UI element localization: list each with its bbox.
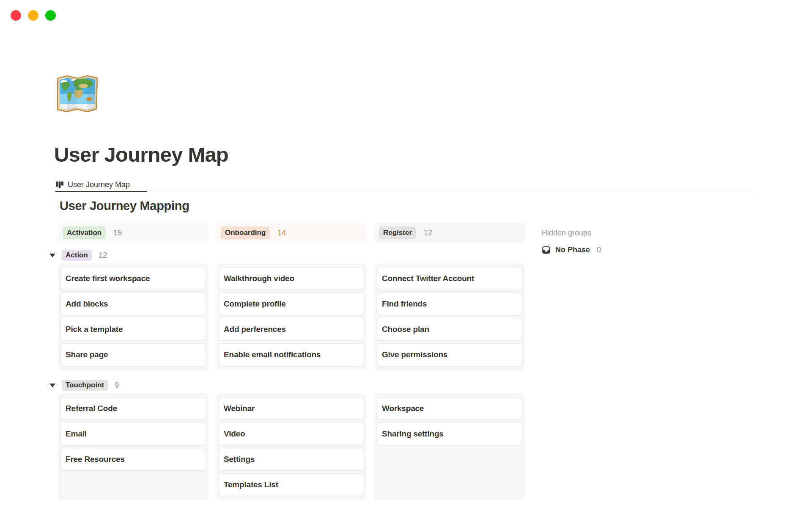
group-count: 12 [99, 251, 107, 260]
board-card[interactable]: Connect Twitter Account [377, 267, 522, 290]
window-controls [11, 10, 56, 21]
card-title: Workspace [382, 404, 424, 413]
card-title: Complete profile [224, 299, 286, 309]
board-card[interactable]: Referral Code [60, 397, 206, 420]
view-tabs: User Journey Map [55, 178, 130, 191]
card-title: Add perferences [224, 325, 286, 334]
group-count: 9 [115, 381, 119, 390]
card-title: Settings [224, 455, 255, 464]
active-tab-indicator [55, 191, 147, 192]
card-title: Add blocks [66, 299, 108, 309]
board-card[interactable]: Pick a template [60, 318, 206, 341]
tab-bar-divider [55, 192, 754, 192]
column-header-activation[interactable]: Activation 15 [58, 223, 208, 243]
board-card[interactable]: Create first workspace [60, 267, 206, 290]
card-title: Connect Twitter Account [382, 274, 474, 283]
board-card[interactable]: Complete profile [219, 293, 364, 315]
card-column: Webinar Video Settings Templates List [216, 393, 367, 500]
card-title: Choose plan [382, 325, 429, 334]
column-count: 14 [277, 229, 286, 237]
card-title: Sharing settings [382, 429, 444, 439]
group-tag-action[interactable]: Action [62, 250, 92, 261]
board-card[interactable]: Sharing settings [377, 422, 522, 445]
collapse-toggle-icon[interactable] [49, 384, 55, 387]
card-title: Share page [66, 350, 108, 359]
card-title: Find friends [382, 299, 427, 309]
column-header-onboarding[interactable]: Onboarding 14 [216, 223, 367, 243]
card-title: Email [66, 429, 87, 439]
board-card[interactable]: Workspace [377, 397, 522, 420]
card-title: Templates List [224, 480, 278, 489]
card-title: Video [224, 429, 245, 439]
card-column: Walkthrough video Complete profile Add p… [216, 263, 367, 370]
board-card[interactable]: Add perferences [219, 318, 364, 341]
card-title: Referral Code [66, 404, 117, 413]
notion-window: User Journey Map User Journey Map User J… [0, 0, 812, 508]
minimize-window-button[interactable] [28, 10, 38, 21]
board-card[interactable]: Choose plan [377, 318, 522, 341]
board-card[interactable]: Walkthrough video [219, 267, 364, 290]
card-title: Walkthrough video [224, 274, 294, 283]
card-title: Create first workspace [66, 274, 150, 283]
page-title: User Journey Map [54, 142, 228, 167]
card-column: Referral Code Email Free Resources [58, 393, 208, 500]
card-column: Connect Twitter Account Find friends Cho… [374, 263, 525, 370]
group-header-action: Action 12 [49, 249, 107, 262]
status-tag-onboarding[interactable]: Onboarding [221, 226, 270, 239]
fullscreen-window-button[interactable] [45, 10, 56, 21]
hidden-group-no-phase[interactable]: No Phase 0 [542, 246, 601, 254]
hidden-group-label: No Phase [555, 246, 590, 254]
card-column: Workspace Sharing settings [374, 393, 525, 500]
board-card[interactable]: Templates List [219, 473, 364, 496]
group-header-touchpoint: Touchpoint 9 [49, 379, 119, 392]
tab-label: User Journey Map [68, 180, 130, 189]
card-title: Free Resources [66, 455, 125, 464]
board-card[interactable]: Share page [60, 343, 206, 366]
board-card[interactable]: Add blocks [60, 293, 206, 315]
card-title: Give permissions [382, 350, 447, 359]
group-tag-touchpoint[interactable]: Touchpoint [62, 380, 108, 391]
status-tag-register[interactable]: Register [379, 226, 416, 239]
board-card[interactable]: Email [60, 422, 206, 445]
inbox-icon [542, 246, 551, 254]
page-icon-world-map-emoji[interactable] [55, 74, 99, 114]
section-heading: User Journey Mapping [60, 199, 189, 213]
card-title: Enable email notifications [224, 350, 321, 359]
board-card[interactable]: Settings [219, 448, 364, 471]
hidden-groups-label: Hidden groups [542, 229, 591, 237]
board-card[interactable]: Video [219, 422, 364, 445]
board-card[interactable]: Give permissions [377, 343, 522, 366]
board-view-icon [55, 180, 64, 189]
board-card[interactable]: Enable email notifications [219, 343, 364, 366]
tab-user-journey-map[interactable]: User Journey Map [55, 180, 130, 189]
card-column: Create first workspace Add blocks Pick a… [58, 263, 208, 370]
card-title: Webinar [224, 404, 255, 413]
hidden-group-count: 0 [597, 246, 601, 254]
column-count: 15 [113, 229, 122, 237]
collapse-toggle-icon[interactable] [49, 254, 55, 257]
world-map-icon [55, 74, 99, 114]
board-card[interactable]: Find friends [377, 293, 522, 315]
column-header-register[interactable]: Register 12 [374, 223, 525, 243]
column-count: 12 [424, 229, 432, 237]
status-tag-activation[interactable]: Activation [63, 226, 106, 239]
board-card[interactable]: Webinar [219, 397, 364, 420]
card-title: Pick a template [66, 325, 123, 334]
close-window-button[interactable] [11, 10, 21, 21]
board-card[interactable]: Free Resources [60, 448, 206, 471]
